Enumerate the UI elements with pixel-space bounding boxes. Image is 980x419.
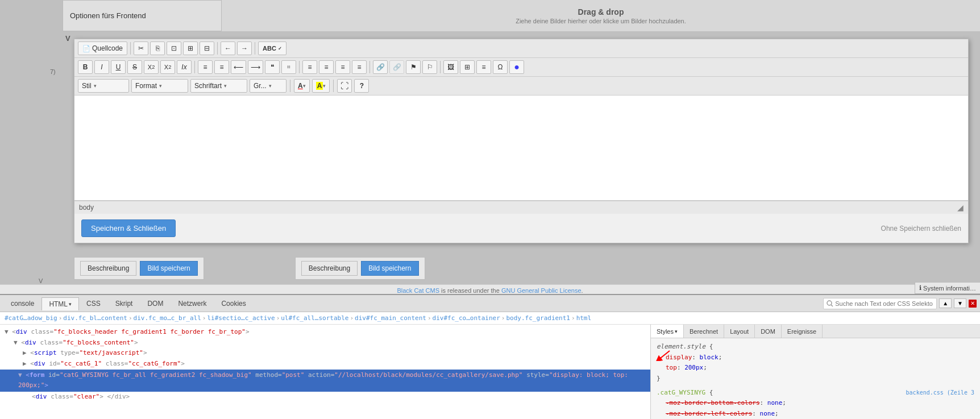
image-button[interactable]: 🖼 bbox=[443, 60, 458, 74]
toolbar-sep-1 bbox=[130, 42, 131, 55]
close-devtools-btn[interactable]: ✕ bbox=[969, 300, 977, 308]
strikethrough-button[interactable]: S bbox=[127, 60, 142, 74]
align-right-button[interactable]: ≡ bbox=[335, 60, 350, 74]
beschreibung-button-1[interactable]: Beschreibung bbox=[80, 261, 136, 276]
tab-console[interactable]: console bbox=[3, 297, 41, 310]
expand-1[interactable]: ▼ bbox=[14, 339, 21, 346]
cut-button[interactable]: ✂ bbox=[134, 42, 148, 55]
devtools-search-input[interactable] bbox=[823, 298, 937, 309]
tab-netzwerk[interactable]: Netzwerk bbox=[171, 297, 214, 310]
beschreibung-button-2[interactable]: Beschreibung bbox=[301, 261, 358, 276]
redo-button[interactable]: → bbox=[237, 42, 252, 55]
align-justify-button[interactable]: ≡ bbox=[352, 60, 367, 74]
prop-display-val: block bbox=[700, 354, 719, 361]
bg-color-arrow: ▾ bbox=[323, 83, 326, 89]
html-line-selected[interactable]: ▼ <form id="catG_WYSINYG fc_br_all fc_gr… bbox=[0, 370, 650, 392]
breadcrumb-item-2[interactable]: div.fc_mo…c_br_all bbox=[134, 314, 201, 322]
blockquote-button[interactable]: ❝ bbox=[265, 60, 280, 74]
bg-color-button[interactable]: A ▾ bbox=[312, 79, 330, 93]
paste-word-button[interactable]: ⊟ bbox=[200, 42, 214, 55]
removeformat-button[interactable]: Ix bbox=[177, 60, 192, 74]
expand-3[interactable]: ▶ bbox=[23, 360, 30, 367]
breadcrumb-item-0[interactable]: #catG…adow_big bbox=[5, 314, 57, 322]
source-button[interactable]: 📄 Quellcode bbox=[78, 42, 127, 55]
expand-0[interactable]: ▼ bbox=[5, 328, 12, 335]
format-dropdown[interactable]: Format ▾ bbox=[131, 79, 188, 93]
tab-html[interactable]: HTML ▾ bbox=[41, 297, 79, 310]
styles-tab-dom[interactable]: DOM bbox=[755, 325, 782, 338]
link-button[interactable]: 🔗 bbox=[373, 60, 388, 74]
toolbar-sep-7 bbox=[440, 61, 441, 73]
expand-2[interactable]: ▶ bbox=[23, 349, 30, 356]
devtools-nav-down[interactable]: ▼ bbox=[954, 298, 966, 308]
blackcat-link[interactable]: Black Cat CMS bbox=[397, 287, 439, 294]
fullscreen-button[interactable]: ⛶ bbox=[337, 79, 352, 93]
devtools-nav-up[interactable]: ▲ bbox=[939, 298, 952, 308]
spellcheck-button[interactable]: ABC✓ bbox=[258, 42, 286, 55]
italic-button[interactable]: I bbox=[94, 60, 109, 74]
paste-plain-button[interactable]: ⊞ bbox=[183, 42, 198, 55]
breadcrumb-item-1[interactable]: div.fc_bl…content bbox=[63, 314, 127, 322]
align-left-button[interactable]: ≡ bbox=[302, 60, 317, 74]
styles-tab-berechnet[interactable]: Berechnet bbox=[684, 325, 724, 338]
div-button[interactable]: ⌗ bbox=[281, 60, 296, 74]
anchor-button[interactable]: ⚑ bbox=[406, 60, 421, 74]
system-info-button[interactable]: ℹ System informati… bbox=[915, 282, 980, 294]
anchor2-button[interactable]: ⚐ bbox=[422, 60, 437, 74]
tab-dom[interactable]: DOM bbox=[140, 297, 171, 310]
align-center-button[interactable]: ≡ bbox=[319, 60, 334, 74]
bild-speichern-button-1[interactable]: Bild speichern bbox=[140, 261, 197, 276]
editor-content[interactable] bbox=[74, 96, 968, 201]
stil-dropdown[interactable]: Stil ▾ bbox=[78, 79, 129, 93]
save-close-button[interactable]: Speichern & Schließen bbox=[81, 219, 176, 237]
ordered-list-button[interactable]: ≡ bbox=[198, 60, 213, 74]
superscript-button[interactable]: X2 bbox=[160, 60, 175, 74]
breadcrumb-item-3[interactable]: li#sectio…c_active bbox=[207, 314, 275, 322]
breadcrumb-item-8[interactable]: html bbox=[576, 314, 592, 322]
styles-tab-styles[interactable]: Styles ▾ bbox=[651, 325, 684, 338]
left-sidebar bbox=[0, 0, 63, 294]
unlink-button[interactable]: 🔗 bbox=[389, 60, 404, 74]
indent-button[interactable]: ⟶ bbox=[248, 60, 263, 74]
breadcrumb-item-7[interactable]: body.fc_gradient1 bbox=[506, 314, 570, 322]
styles-tab-layout[interactable]: Layout bbox=[724, 325, 755, 338]
undo-button[interactable]: ← bbox=[221, 42, 235, 55]
tab-skript[interactable]: Skript bbox=[108, 297, 140, 310]
bold-button[interactable]: B bbox=[78, 60, 93, 74]
styles-tab-arrow[interactable]: ▾ bbox=[675, 329, 678, 334]
devtools-main: ▼ <div class="fc_blocks_header fc_gradie… bbox=[0, 325, 980, 419]
subscript-button[interactable]: X2 bbox=[144, 60, 159, 74]
image-card-1: Beschreibung Bild speichern bbox=[74, 257, 204, 280]
table-button[interactable]: ⊞ bbox=[460, 60, 475, 74]
breadcrumb-item-4[interactable]: ul#fc_all…sortable bbox=[281, 314, 348, 322]
svg-line-0 bbox=[658, 351, 670, 360]
paste-button[interactable]: ⊡ bbox=[167, 42, 181, 55]
breadcrumb-item-5[interactable]: div#fc_main_content bbox=[355, 314, 426, 322]
tab-cookies[interactable]: Cookies bbox=[214, 297, 253, 310]
font-color-button[interactable]: A ▾ bbox=[294, 79, 310, 93]
outdent-button[interactable]: ⟵ bbox=[231, 60, 246, 74]
bild-speichern-button-2[interactable]: Bild speichern bbox=[361, 261, 418, 276]
tab-html-arrow[interactable]: ▾ bbox=[69, 301, 72, 307]
toolbar-sep-4 bbox=[194, 61, 195, 73]
html-line-3: ▶ <div id="cc_catG_1" class="cc_catG_for… bbox=[5, 359, 646, 370]
underline-button[interactable]: U bbox=[111, 60, 126, 74]
help-button[interactable]: ? bbox=[354, 79, 369, 93]
unordered-list-button[interactable]: ≡ bbox=[214, 60, 229, 74]
schriftart-dropdown[interactable]: Schriftart ▾ bbox=[190, 79, 247, 93]
resize-handle[interactable]: ◢ bbox=[957, 203, 964, 212]
color-circle-button[interactable]: ● bbox=[509, 60, 524, 74]
hline-button[interactable]: ≡ bbox=[476, 60, 491, 74]
tab-css[interactable]: CSS bbox=[79, 297, 108, 310]
close-no-save-link[interactable]: Ohne Speichern schließen bbox=[881, 225, 961, 233]
license-link[interactable]: GNU General Public License bbox=[501, 287, 582, 294]
special-char-button[interactable]: Ω bbox=[493, 60, 508, 74]
grosse-dropdown[interactable]: Gr... ▾ bbox=[250, 79, 286, 93]
styles-tab-ereignisse[interactable]: Ereignisse bbox=[782, 325, 823, 338]
catg-link[interactable]: backend.css (Zeile 3 bbox=[906, 388, 974, 397]
copy-button[interactable]: ⎘ bbox=[150, 42, 165, 55]
breadcrumb-item-6[interactable]: div#fc_co…ontainer bbox=[433, 314, 500, 322]
toolbar-sep-5 bbox=[299, 61, 300, 73]
drag-drop-area[interactable]: Drag & drop Ziehe deine Bilder hierher o… bbox=[222, 0, 980, 31]
prop-moz-bl-name: -moz-border-left-colors bbox=[666, 410, 752, 417]
